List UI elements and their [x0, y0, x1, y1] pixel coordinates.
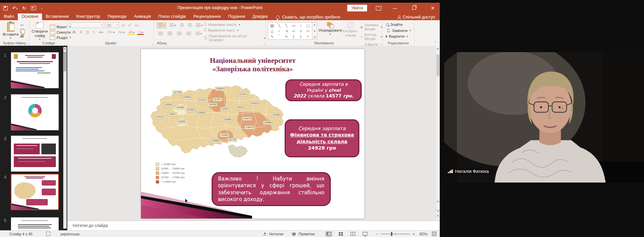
decrease-indent-icon[interactable]: [179, 23, 185, 28]
bullets-button[interactable]: [157, 23, 166, 28]
restore-button[interactable]: [409, 5, 419, 11]
shape-glyph[interactable]: ☆: [306, 34, 310, 39]
language-indicator[interactable]: українська: [61, 232, 80, 236]
select-button[interactable]: Виділити: [386, 34, 414, 38]
tab-Рецензування[interactable]: Рецензування: [189, 13, 224, 20]
tab-Показ слайдів[interactable]: Показ слайдів: [155, 13, 190, 20]
clipboard-dialog-launcher[interactable]: ⌟: [27, 42, 29, 45]
scrollbar-thumb[interactable]: [436, 54, 439, 76]
font-dialog-launcher[interactable]: ⌟: [152, 42, 153, 45]
find-button[interactable]: Знайти: [386, 23, 414, 27]
previous-slide-icon[interactable]: [436, 200, 440, 204]
avg-salary-finance-box[interactable]: Середня зарплатаФінансова та страховадія…: [285, 119, 359, 157]
notes-toggle[interactable]: Нотатки: [263, 232, 283, 236]
italic-icon[interactable]: К: [79, 30, 83, 34]
main-scrollbar[interactable]: ▲ ▼: [435, 46, 440, 221]
drawing-dialog-launcher[interactable]: ⌟: [380, 42, 382, 45]
shape-glyph[interactable]: ▧: [270, 23, 274, 28]
font-size-combo[interactable]: 16∨: [106, 22, 119, 28]
zoom-slider-thumb[interactable]: [391, 232, 392, 236]
grow-font-icon[interactable]: А▴: [120, 23, 126, 27]
normal-view-button[interactable]: [325, 231, 332, 237]
shape-glyph[interactable]: ⇨: [292, 29, 295, 33]
shape-glyph[interactable]: ∿: [285, 34, 288, 39]
tab-Довідка[interactable]: Довідка: [249, 13, 271, 20]
shape-glyph[interactable]: }: [300, 34, 301, 39]
panel-scrollbar[interactable]: ▲: [63, 47, 67, 229]
zoom-in-button[interactable]: +: [413, 232, 415, 236]
slide-thumbnail-5[interactable]: [11, 217, 59, 230]
scroll-up-icon[interactable]: ▲: [436, 47, 440, 50]
align-center-icon[interactable]: [166, 31, 174, 37]
shape-glyph[interactable]: {: [293, 34, 294, 39]
align-right-icon[interactable]: [176, 31, 183, 37]
character-spacing-icon[interactable]: AV: [106, 30, 115, 34]
text-shadow-icon[interactable]: S: [92, 30, 96, 34]
increase-indent-icon[interactable]: [187, 23, 193, 28]
zoom-level[interactable]: 82%: [420, 232, 427, 236]
shape-glyph[interactable]: ⌒: [277, 34, 281, 39]
change-case-icon[interactable]: Aa: [117, 30, 126, 34]
slide-thumbnail-2[interactable]: [11, 94, 59, 130]
slide-thumbnail-3[interactable]: [11, 135, 59, 172]
paragraph-dialog-launcher[interactable]: ⌟: [263, 42, 265, 45]
shape-glyph[interactable]: ⌐: [278, 29, 280, 33]
shapes-gallery-scroll[interactable]: ▴▾⊻: [312, 22, 317, 40]
spellcheck-icon[interactable]: [46, 232, 50, 236]
close-button[interactable]: ✕: [428, 5, 438, 11]
font-name-combo[interactable]: ∨: [71, 22, 104, 28]
shape-glyph[interactable]: ▭: [292, 23, 295, 28]
shape-glyph[interactable]: ○: [300, 23, 302, 28]
shape-glyph[interactable]: ▢: [306, 23, 310, 28]
collapse-ribbon-icon[interactable]: ⌃: [434, 41, 436, 44]
strikethrough-icon[interactable]: abc: [98, 31, 104, 34]
fit-to-window-icon[interactable]: [432, 232, 436, 236]
text-direction-button[interactable]: Напрямок тексту: [204, 23, 265, 27]
tab-Файл[interactable]: Файл: [0, 13, 18, 20]
shape-glyph[interactable]: ▱: [307, 29, 309, 33]
shrink-font-icon[interactable]: А▾: [127, 23, 133, 27]
shape-outline-button[interactable]: ▱Контур фігури: [360, 33, 382, 41]
zoom-slider[interactable]: [381, 234, 410, 234]
tab-Вставлення[interactable]: Вставлення: [42, 13, 72, 20]
justify-icon[interactable]: [185, 31, 192, 37]
tell-me-search[interactable]: Скажіть, що потрібно зробити: [276, 13, 340, 20]
shape-glyph[interactable]: ↴: [285, 29, 288, 33]
next-slide-icon[interactable]: [436, 208, 440, 211]
align-text-button[interactable]: Вирівняти текст: [204, 28, 265, 32]
shape-fill-button[interactable]: ◆Заливка фігури: [360, 23, 382, 31]
shape-glyph[interactable]: ╲: [285, 23, 288, 28]
new-slide-button[interactable]: Створити слайд ▾: [32, 22, 48, 41]
slide-canvas-area[interactable]: Національний університет «Запорізька пол…: [67, 46, 435, 221]
align-left-icon[interactable]: [157, 31, 164, 37]
highlight-color-icon[interactable]: ab: [128, 30, 135, 35]
cut-icon[interactable]: ✂: [21, 23, 24, 27]
font-color-icon[interactable]: А: [137, 30, 144, 35]
shape-glyph[interactable]: △: [271, 29, 273, 33]
tab-Анімація[interactable]: Анімація: [130, 13, 154, 20]
tab-Подання[interactable]: Подання: [224, 13, 249, 20]
avg-salary-ukraine-box[interactable]: Середня зарплата вУкраїні у січні2022 ск…: [285, 79, 362, 101]
copy-icon[interactable]: [20, 29, 24, 33]
panel-scrollbar-thumb[interactable]: [64, 52, 66, 71]
slide-thumbnail-1[interactable]: [11, 52, 59, 88]
slide-thumbnail-4-selected[interactable]: [11, 174, 59, 210]
shape-glyph[interactable]: ϟ: [271, 34, 273, 39]
line-spacing-icon[interactable]: [194, 23, 204, 28]
shape-glyph[interactable]: ╲: [278, 23, 281, 28]
slide-editing-surface[interactable]: Національний університет «Запорізька пол…: [141, 49, 364, 219]
slide-sorter-view-button[interactable]: [337, 231, 345, 237]
tab-Переходи[interactable]: Переходи: [104, 13, 131, 20]
numbering-button[interactable]: [168, 23, 177, 28]
comments-toggle[interactable]: Примітки: [292, 232, 315, 236]
bold-icon[interactable]: Ж: [71, 30, 77, 34]
clear-formatting-icon[interactable]: A✦: [134, 23, 140, 27]
minimize-button[interactable]: —: [390, 5, 400, 11]
reading-view-button[interactable]: [349, 231, 357, 237]
signin-button[interactable]: Увійти: [347, 5, 367, 11]
tab-Основне[interactable]: Основне: [18, 13, 42, 20]
shapes-gallery[interactable]: ▧╲╲▭○▢△⌐↴⇨⇩▱ϟ⌒∿{}☆: [268, 22, 312, 40]
replace-button[interactable]: abчасЗамінити: [386, 28, 414, 33]
scroll-up-icon[interactable]: ▲: [63, 47, 67, 50]
zoom-out-button[interactable]: −: [376, 232, 379, 236]
